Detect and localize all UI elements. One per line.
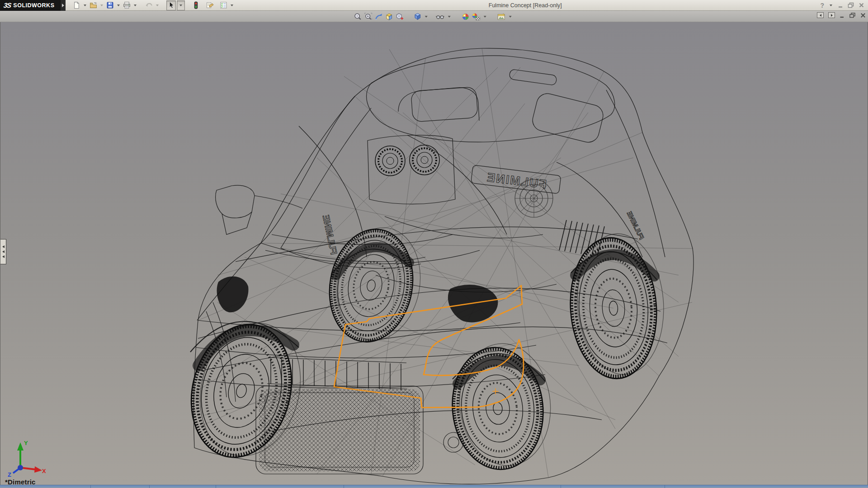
help-caret[interactable] <box>830 5 832 6</box>
decal-left-pillar: FULMINE <box>321 214 339 256</box>
previous-window-icon <box>820 14 821 17</box>
zoom-to-area-button[interactable] <box>364 12 373 21</box>
brand-mark: 3S <box>3 1 12 9</box>
reference-triad: Y X Z <box>4 440 46 478</box>
status-bar <box>0 485 868 488</box>
apply-scene-caret[interactable] <box>484 16 486 18</box>
options-caret[interactable] <box>231 5 233 6</box>
view-settings-button[interactable] <box>497 12 506 21</box>
open-button[interactable] <box>89 0 98 10</box>
triad-x-label: X <box>42 468 46 474</box>
close-button[interactable] <box>859 2 864 8</box>
view-orientation-icon <box>396 13 404 21</box>
wireframe-model: FULMINE FULMINE FULMINE <box>0 22 868 485</box>
open-icon <box>90 1 97 9</box>
select-cursor-icon <box>167 1 175 9</box>
standard-toolbar <box>66 0 235 10</box>
zoom-to-fit-button[interactable] <box>354 12 363 21</box>
heads-up-toolbar <box>0 11 868 22</box>
save-icon <box>106 1 114 9</box>
new-document-icon <box>73 1 80 9</box>
triad-z-label: Z <box>8 471 11 478</box>
collapse-arrow-icon <box>2 250 5 253</box>
rebuild-button[interactable] <box>191 0 201 10</box>
undo-caret[interactable] <box>156 5 159 6</box>
collapse-arrow-icon <box>2 255 5 258</box>
open-caret[interactable] <box>100 5 103 6</box>
next-window-icon <box>831 14 833 17</box>
traffic-light-icon <box>192 1 200 9</box>
view-orientation-button[interactable] <box>395 12 404 21</box>
select-tool-button[interactable] <box>166 0 176 10</box>
display-style-button[interactable] <box>413 12 422 21</box>
file-properties-icon <box>206 1 214 9</box>
new-document-caret[interactable] <box>84 5 86 6</box>
restore-document-button[interactable] <box>849 13 856 18</box>
eyeglasses-icon <box>436 13 445 21</box>
apply-scene-icon <box>472 13 481 21</box>
undo-icon <box>145 1 153 9</box>
graphics-viewport[interactable]: FULMINE FULMINE FULMINE Y X Z *Dimetric <box>0 22 868 485</box>
display-style-caret[interactable] <box>425 16 428 18</box>
undo-button[interactable] <box>144 0 154 10</box>
zoom-to-fit-icon <box>354 13 362 21</box>
triad-y-label: Y <box>24 440 28 446</box>
print-caret[interactable] <box>134 5 137 6</box>
tail-lights <box>375 145 439 176</box>
hide-show-items-button[interactable] <box>435 12 445 21</box>
apply-scene-button[interactable] <box>472 12 481 21</box>
collapse-arrow-icon <box>2 245 5 248</box>
print-icon <box>123 1 131 9</box>
options-button[interactable] <box>219 0 228 10</box>
view-settings-caret[interactable] <box>509 16 512 18</box>
decal-rear: FULMINE <box>486 170 547 191</box>
previous-view-icon <box>375 13 383 21</box>
menu-flyout-tab[interactable] <box>61 0 66 11</box>
view-settings-icon <box>497 13 506 21</box>
zoom-to-area-icon <box>364 13 373 21</box>
feature-manager-flyout-tab[interactable] <box>0 239 6 264</box>
grille-mesh <box>259 389 420 471</box>
solidworks-logo: 3S SOLIDWORKS <box>0 0 61 11</box>
select-caret <box>179 5 182 6</box>
restore-button[interactable] <box>848 2 854 8</box>
save-button[interactable] <box>105 0 115 10</box>
titlebar-controls: ? <box>820 2 868 9</box>
window-title: Fulmine Concept [Read-only] <box>235 2 820 9</box>
previous-view-button[interactable] <box>374 12 383 21</box>
document-window-controls <box>817 12 866 18</box>
minimize-document-button[interactable] <box>840 13 845 18</box>
new-document-button[interactable] <box>72 0 81 10</box>
edit-appearance-button[interactable] <box>461 12 470 21</box>
brand-name: SOLIDWORKS <box>13 2 54 9</box>
help-button[interactable]: ? <box>820 2 824 9</box>
minimize-button[interactable] <box>838 2 844 8</box>
section-view-button[interactable] <box>385 12 394 21</box>
close-document-button[interactable] <box>860 13 866 18</box>
options-checklist-icon <box>220 1 227 9</box>
next-window-button[interactable] <box>828 12 835 18</box>
file-properties-button[interactable] <box>205 0 215 10</box>
display-style-icon <box>414 13 422 21</box>
appearance-ball-icon <box>462 13 470 21</box>
section-view-icon <box>385 13 393 21</box>
title-bar: 3S SOLIDWORKS <box>0 0 868 11</box>
previous-window-button[interactable] <box>817 12 824 18</box>
hide-show-caret[interactable] <box>448 16 451 18</box>
select-tool-caret-button[interactable] <box>177 0 185 10</box>
view-orientation-label: *Dimetric <box>5 478 36 485</box>
save-caret[interactable] <box>117 5 120 6</box>
flyout-arrow-icon <box>62 4 64 7</box>
print-button[interactable] <box>122 0 132 10</box>
